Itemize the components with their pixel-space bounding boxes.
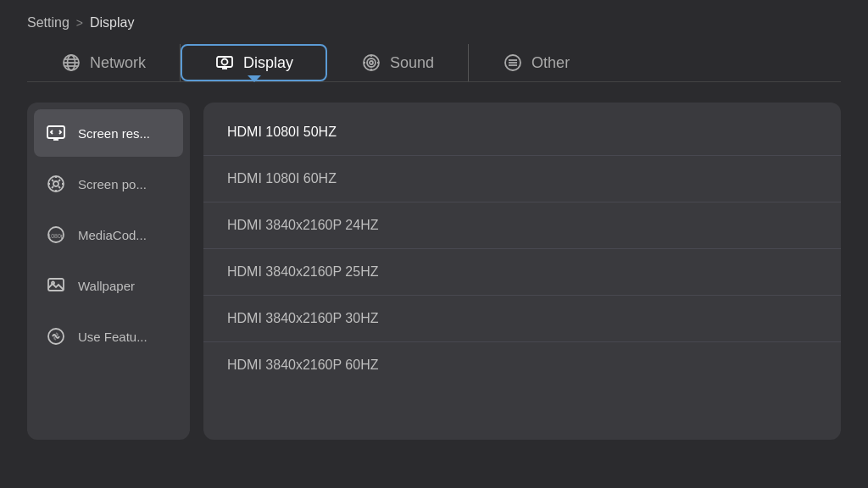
svg-line-30 (58, 180, 60, 181)
svg-point-9 (364, 55, 379, 70)
content-area: Screen res... Screen po... (0, 82, 868, 460)
breadcrumb-current: Display (90, 15, 134, 30)
tab-other[interactable]: Other (469, 44, 604, 81)
svg-point-10 (367, 58, 376, 67)
svg-point-11 (370, 61, 373, 64)
breadcrumb-separator: > (76, 16, 83, 30)
sidebar-item-screen-position[interactable]: Screen po... (34, 160, 183, 208)
main-panel: HDMI 1080I 50HZHDMI 1080I 60HZHDMI 3840x… (203, 103, 841, 440)
screen-res-icon (44, 121, 68, 145)
sidebar-item-screen-position-label: Screen po... (78, 177, 147, 191)
tab-network-label: Network (90, 54, 146, 72)
svg-text:1080p: 1080p (47, 233, 64, 240)
sidebar-item-use-features-label: Use Featu... (78, 330, 147, 344)
resolution-item-hdmi-1080i-60[interactable]: HDMI 1080I 60HZ (203, 156, 841, 202)
display-icon (214, 53, 235, 73)
sidebar-item-use-features[interactable]: Use Featu... (34, 313, 183, 360)
tab-bar: Network Display (27, 44, 841, 82)
wallpaper-icon (44, 274, 68, 297)
features-icon (44, 324, 68, 348)
breadcrumb-root: Setting (27, 15, 70, 30)
sidebar-item-wallpaper-label: Wallpaper (78, 279, 135, 293)
header: Setting > Display Network (0, 0, 868, 82)
sidebar: Screen res... Screen po... (27, 103, 190, 440)
resolution-item-hdmi-3840-30[interactable]: HDMI 3840x2160P 30HZ (203, 296, 841, 342)
sidebar-item-screen-resolution-label: Screen res... (78, 126, 150, 141)
sidebar-item-screen-resolution[interactable]: Screen res... (34, 109, 183, 157)
svg-line-31 (52, 186, 53, 188)
svg-rect-35 (48, 279, 64, 291)
tab-sound[interactable]: Sound (327, 44, 469, 81)
resolution-list: HDMI 1080I 50HZHDMI 1080I 60HZHDMI 3840x… (203, 103, 841, 440)
breadcrumb: Setting > Display (27, 15, 841, 30)
sidebar-item-mediacodec-label: MediaCod... (78, 228, 147, 242)
other-icon (503, 53, 523, 73)
svg-point-28 (53, 181, 58, 186)
svg-line-29 (52, 180, 53, 181)
resolution-item-hdmi-1080i-50[interactable]: HDMI 1080I 50HZ (203, 109, 841, 156)
tab-sound-label: Sound (390, 54, 434, 72)
sound-icon (361, 53, 381, 73)
tab-display[interactable]: Display (181, 44, 327, 81)
svg-line-32 (58, 186, 60, 188)
sidebar-item-wallpaper[interactable]: Wallpaper (34, 262, 183, 309)
mediacodec-icon: 1080p (44, 223, 68, 247)
tab-display-label: Display (243, 54, 293, 72)
tab-other-label: Other (531, 54, 570, 72)
svg-point-8 (222, 59, 228, 65)
resolution-item-hdmi-3840-24[interactable]: HDMI 3840x2160P 24HZ (203, 202, 841, 249)
sidebar-item-mediacodec[interactable]: 1080p MediaCod... (34, 211, 183, 258)
svg-point-23 (48, 176, 64, 191)
screen-pos-icon (44, 172, 68, 196)
resolution-item-hdmi-3840-25[interactable]: HDMI 3840x2160P 25HZ (203, 249, 841, 296)
network-icon (61, 53, 81, 73)
resolution-item-hdmi-3840-60[interactable]: HDMI 3840x2160P 60HZ (203, 342, 841, 388)
tab-network[interactable]: Network (27, 44, 181, 81)
